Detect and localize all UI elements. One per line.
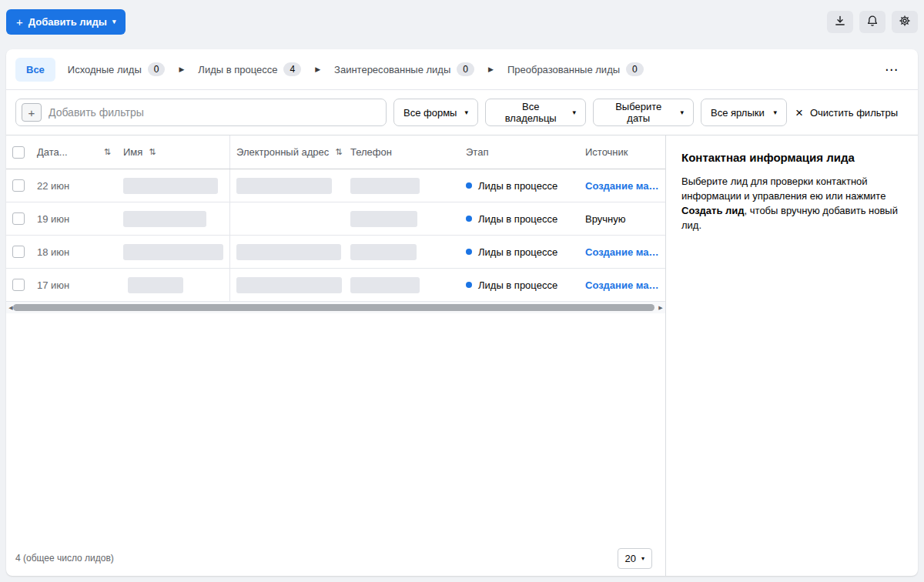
redacted-phone — [350, 211, 417, 227]
settings-button[interactable] — [892, 11, 918, 33]
more-options-button[interactable]: ⋯ — [875, 62, 909, 78]
tab-count-badge: 0 — [148, 62, 166, 76]
tab-count-badge: 4 — [283, 62, 301, 76]
leads-card: Все Исходные лиды 0 ▶ Лиды в процессе 4 … — [6, 49, 918, 576]
column-header-source[interactable]: Источник — [585, 146, 628, 158]
sort-icon[interactable]: ⇅ — [149, 147, 156, 157]
detail-panel-title: Контактная информация лида — [681, 151, 902, 164]
redacted-phone — [350, 178, 420, 194]
chevron-down-icon: ▾ — [464, 109, 468, 116]
scroll-right-icon[interactable]: ▶ — [657, 305, 665, 311]
tab-label: Исходные лиды — [68, 64, 142, 75]
leads-table: Дата... ⇅ Имя ⇅ Электронный адрес ⇅ Теле… — [6, 135, 665, 576]
row-checkbox[interactable] — [12, 212, 25, 225]
tab-in-progress-leads[interactable]: Лиды в процессе 4 — [189, 56, 310, 82]
redacted-email — [236, 244, 341, 260]
column-header-stage[interactable]: Этап — [466, 146, 488, 158]
lead-source-link[interactable]: Создание масок_ — [585, 279, 661, 291]
redacted-name — [123, 244, 223, 260]
total-leads-label: 4 (общее число лидов) — [15, 553, 114, 564]
stage-arrow-icon: ▶ — [315, 65, 320, 73]
lead-source-link[interactable]: Создание масок_ — [585, 180, 661, 192]
table-footer: 4 (общее число лидов) 20 ▾ — [6, 540, 665, 576]
lead-detail-panel: Контактная информация лида Выберите лид … — [665, 135, 918, 576]
table-header-row: Дата... ⇅ Имя ⇅ Электронный адрес ⇅ Теле… — [6, 135, 665, 169]
stage-tabs-row: Все Исходные лиды 0 ▶ Лиды в процессе 4 … — [6, 49, 918, 89]
chevron-down-icon: ▾ — [680, 109, 684, 116]
row-checkbox[interactable] — [12, 179, 25, 192]
tab-count-badge: 0 — [457, 62, 474, 76]
sort-icon[interactable]: ⇅ — [335, 147, 342, 157]
lead-date: 19 июн — [37, 213, 69, 225]
add-filters-field[interactable]: + — [15, 99, 387, 126]
tab-raw-leads[interactable]: Исходные лиды 0 — [59, 56, 175, 82]
table-row[interactable]: 19 июн Лиды в процессе Вручную — [6, 202, 665, 236]
plus-icon: + — [16, 16, 23, 28]
redacted-name — [123, 211, 206, 227]
column-header-date[interactable]: Дата... — [37, 146, 68, 158]
row-checkbox[interactable] — [12, 279, 25, 291]
table-row[interactable]: 18 июн Лиды в процессе Создание масок_ — [6, 236, 665, 269]
redacted-phone — [350, 277, 420, 293]
row-checkbox[interactable] — [12, 246, 25, 258]
owners-dropdown-label: Все владельцы — [495, 101, 566, 124]
notifications-button[interactable] — [859, 11, 886, 33]
detail-body-text: Выберите лид для проверки контактной инф… — [681, 176, 886, 202]
select-all-checkbox[interactable] — [12, 146, 25, 159]
table-row[interactable]: 17 июн Лиды в процессе Создание масок_ — [6, 269, 665, 302]
stage-dot-icon — [466, 216, 472, 222]
table-row[interactable]: 22 июн Лиды в процессе Создание масок_ — [6, 169, 665, 202]
clear-filters-button[interactable]: × Очистить фильтры — [795, 106, 909, 119]
clear-filters-label: Очистить фильтры — [810, 107, 898, 119]
redacted-email — [236, 178, 332, 194]
forms-dropdown[interactable]: Все формы ▾ — [393, 99, 478, 126]
page-size-value: 20 — [625, 553, 636, 564]
filters-input[interactable] — [49, 106, 380, 119]
horizontal-scrollbar[interactable]: ◀ ▶ — [6, 302, 665, 313]
gear-icon — [899, 15, 911, 29]
tab-label: Заинтересованные лиды — [334, 64, 450, 75]
table-empty-space — [6, 313, 665, 540]
lead-source-link[interactable]: Создание масок_ — [585, 246, 661, 258]
chevron-down-icon: ▾ — [641, 555, 644, 562]
stage-dot-icon — [466, 282, 472, 288]
tab-interested-leads[interactable]: Заинтересованные лиды 0 — [325, 56, 484, 82]
lead-stage: Лиды в процессе — [478, 180, 557, 192]
lead-date: 17 июн — [37, 279, 69, 291]
column-header-phone[interactable]: Телефон — [350, 146, 392, 158]
add-leads-label: Добавить лиды — [28, 16, 107, 28]
bell-icon — [866, 15, 879, 29]
filter-bar: + Все формы ▾ Все владельцы ▾ Выберите д… — [6, 89, 918, 135]
dates-dropdown-label: Выберите даты — [603, 101, 674, 124]
add-filter-icon[interactable]: + — [22, 103, 42, 122]
tab-count-badge: 0 — [626, 62, 644, 76]
sort-icon[interactable]: ⇅ — [104, 147, 111, 157]
lead-date: 18 июн — [37, 246, 69, 258]
owners-dropdown[interactable]: Все владельцы ▾ — [485, 99, 586, 126]
labels-dropdown-label: Все ярлыки — [711, 107, 765, 119]
tab-all[interactable]: Все — [15, 58, 55, 82]
column-header-name[interactable]: Имя — [123, 146, 142, 158]
lead-stage: Лиды в процессе — [478, 213, 557, 225]
tab-converted-leads[interactable]: Преобразованные лиды 0 — [498, 56, 653, 82]
labels-dropdown[interactable]: Все ярлыки ▾ — [701, 99, 787, 126]
lead-stage: Лиды в процессе — [478, 279, 557, 291]
redacted-name — [123, 178, 218, 194]
forms-dropdown-label: Все формы — [403, 107, 457, 119]
scrollbar-thumb[interactable] — [13, 304, 654, 311]
dates-dropdown[interactable]: Выберите даты ▾ — [593, 99, 694, 126]
chevron-down-icon: ▾ — [773, 109, 777, 116]
redacted-phone — [350, 244, 417, 260]
lead-source: Вручную — [585, 213, 625, 225]
download-button[interactable] — [827, 11, 853, 33]
tab-label: Лиды в процессе — [198, 64, 277, 75]
page-size-dropdown[interactable]: 20 ▾ — [618, 548, 652, 569]
chevron-down-icon: ▾ — [572, 109, 576, 116]
redacted-name — [128, 277, 183, 293]
lead-stage: Лиды в процессе — [478, 246, 557, 258]
content-split: Дата... ⇅ Имя ⇅ Электронный адрес ⇅ Теле… — [6, 135, 918, 576]
column-header-email[interactable]: Электронный адрес — [236, 146, 329, 158]
stage-dot-icon — [466, 182, 472, 189]
chevron-down-icon: ▾ — [112, 18, 116, 25]
add-leads-button[interactable]: + Добавить лиды ▾ — [6, 9, 126, 35]
